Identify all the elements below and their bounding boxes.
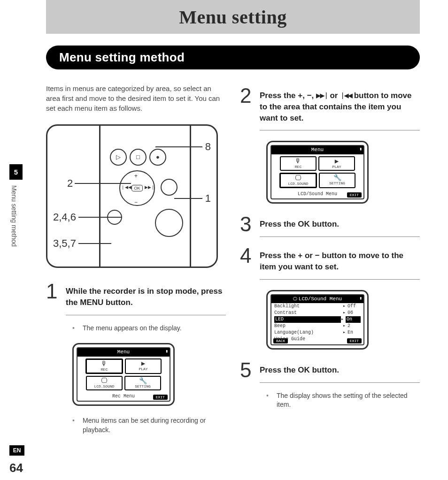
row-val: En xyxy=(348,329,361,336)
fastforward-icon: ▶▶❘ xyxy=(145,184,155,190)
lcd-cell-lcd: 🖵LCD.SOUND xyxy=(86,376,123,390)
arrow-icon: ▸ xyxy=(341,316,346,323)
battery-icon: ▮ xyxy=(360,146,362,152)
step5-bullets: The display shows the setting of the sel… xyxy=(240,389,420,414)
step-5: 5 Press the OK button. xyxy=(240,358,420,388)
list-row-selected: LED▸On xyxy=(271,316,363,323)
lcd-setting-label: SETTING xyxy=(329,181,345,185)
step3-t1: Press the xyxy=(260,220,298,229)
row-key: Contrast xyxy=(274,310,343,316)
lcd-list-menu: 🖵LCD/Sound Menu▮ Backlight▸Off Contrast▸… xyxy=(266,290,369,350)
lcd-cell-rec: 🎙REC xyxy=(85,358,123,374)
lcd-cell-play: ▶PLAY xyxy=(125,358,162,374)
back-tag: BACK xyxy=(273,338,288,343)
lcd-play-label: PLAY xyxy=(332,165,341,169)
bullet: The display shows the setting of the sel… xyxy=(266,391,420,410)
page-number: 64 xyxy=(9,461,23,475)
diagram-label-8: 8 xyxy=(205,140,211,154)
lcd-title: LCD/Sound Menu xyxy=(299,296,342,302)
lcd-cell-lcd: 🖵LCD.SOUND xyxy=(279,173,317,188)
list-row: Beep▸2 xyxy=(271,323,363,329)
fastforward-icon: ▶▶❘ xyxy=(316,90,328,101)
step1-bullets-2: Menu items can be set during recording o… xyxy=(46,414,226,439)
play-icon: ▶ xyxy=(126,360,161,367)
lcd-cell-setting: 🔧SETTING xyxy=(124,376,161,390)
row-key: LED xyxy=(274,316,341,323)
ok-bold: OK xyxy=(298,220,310,229)
battery-icon: ▮ xyxy=(166,349,168,355)
lcd-cell-setting: 🔧SETTING xyxy=(319,173,355,188)
step-text: Press the + or − button to move to the i… xyxy=(260,245,420,280)
menu-btn-icon xyxy=(161,179,178,196)
lcd-lcdsound-label: LCD.SOUND xyxy=(288,182,308,186)
play-icon: ▶ xyxy=(319,158,354,165)
step2-t1: Press the xyxy=(260,91,298,100)
left-column: Items in menus are categorized by area, … xyxy=(46,84,226,439)
lcd-area-menu: Menu▮ 🎙REC ▶PLAY 🖵LCD.SOUND 🔧SETTING LCD… xyxy=(266,141,369,204)
sep: , xyxy=(312,91,316,100)
step-number: 5 xyxy=(240,360,253,381)
diagram-label-1: 1 xyxy=(205,191,211,206)
list-row: Contrast▸06 xyxy=(271,310,363,316)
lcd-play-label: PLAY xyxy=(139,367,147,371)
lcd-rec-label: REC xyxy=(101,367,108,372)
step-text: Press the OK button. xyxy=(260,360,420,383)
side-label: Menu setting method xyxy=(10,185,18,247)
bullet: The menu appears on the display. xyxy=(72,324,226,333)
lcd-footer: LCD/Sound Menu xyxy=(298,191,337,197)
lcd-cell-rec: 🎙REC xyxy=(280,156,317,171)
section-header: Menu setting method xyxy=(46,46,420,69)
step-text: While the recorder is in stop mode, pres… xyxy=(66,281,226,315)
lcd-cell-play: ▶PLAY xyxy=(318,156,355,171)
row-key: Language(Lang) xyxy=(274,329,343,336)
lcd-rec-menu: Menu▮ 🎙REC ▶PLAY 🖵LCD.SOUND 🔧SETTING Rec… xyxy=(72,343,175,406)
step1-bullets: The menu appears on the display. xyxy=(46,322,226,338)
step3-t2: button. xyxy=(310,220,339,229)
step-3: 3 Press the OK button. xyxy=(240,212,420,242)
right-column: 2 Press the +, −, ▶▶❘ or ❘◀◀ button to m… xyxy=(240,84,420,439)
rewind-icon: ❘◀◀ xyxy=(121,184,131,190)
step-text: Press the +, −, ▶▶❘ or ❘◀◀ button to mov… xyxy=(260,85,420,130)
minus-symbol: − xyxy=(307,91,312,100)
plus-icon: + xyxy=(134,172,138,180)
arrow-icon: ▸ xyxy=(343,310,348,316)
monitor-icon: 🖵 xyxy=(281,175,316,182)
row-val: On xyxy=(346,316,361,323)
step-number: 1 xyxy=(46,281,59,302)
step-2: 2 Press the +, −, ▶▶❘ or ❘◀◀ button to m… xyxy=(240,84,420,135)
jog-dial-icon xyxy=(155,209,183,237)
page-title: Menu setting xyxy=(179,6,286,28)
minus-icon: − xyxy=(134,198,138,206)
plus-symbol: + xyxy=(298,91,302,100)
play-pause-icon: ▷ xyxy=(110,149,127,166)
step1-text-b: button. xyxy=(103,298,132,307)
row-key: Beep xyxy=(274,323,343,329)
lcd-title: Menu xyxy=(311,147,324,152)
step-number: 4 xyxy=(240,245,253,266)
exit-tag: EXIT xyxy=(347,192,362,198)
wrench-icon: 🔧 xyxy=(125,378,160,385)
wrench-icon: 🔧 xyxy=(320,175,355,182)
sep: or xyxy=(328,91,340,100)
device-panel: ▷ □ ● OK + − ❘◀◀ ▶▶❘ xyxy=(99,124,191,268)
monitor-icon: 🖵 xyxy=(293,297,297,302)
lcd-lcdsound-label: LCD.SOUND xyxy=(94,384,114,389)
lcd-title: Menu xyxy=(117,349,130,355)
step-4: 4 Press the + or − button to move to the… xyxy=(240,244,420,284)
intro-text: Items in menus are categorized by area, … xyxy=(46,84,226,113)
bullet: Menu items can be set during recording o… xyxy=(72,416,226,434)
arrow-icon: ▸ xyxy=(343,323,348,329)
exit-tag: EXIT xyxy=(347,338,362,343)
section-title: Menu setting method xyxy=(59,50,407,65)
lcd-rec-label: REC xyxy=(295,165,301,169)
step1-bold: MENU xyxy=(80,298,103,307)
step-1: 1 While the recorder is in stop mode, pr… xyxy=(46,279,226,320)
mic-icon: 🎙 xyxy=(281,158,316,165)
lcd-setting-label: SETTING xyxy=(135,384,151,389)
diagram-label-246: 2,4,6 xyxy=(53,210,76,225)
rec-icon: ● xyxy=(149,149,166,166)
arrow-icon: ▸ xyxy=(343,329,348,336)
step-text: Press the OK button. xyxy=(260,214,420,237)
list-row: Backlight▸Off xyxy=(271,303,363,310)
row-val: 06 xyxy=(348,310,361,316)
